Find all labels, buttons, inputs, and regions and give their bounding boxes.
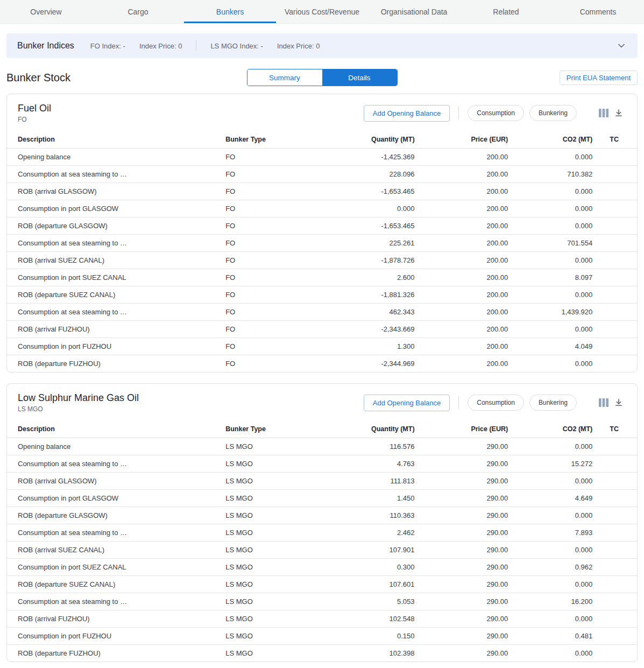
chevron-down-icon[interactable] [616,40,627,51]
bunker-indices-bar[interactable]: Bunker Indices FO Index: - Index Price: … [6,33,638,58]
cell-price: 200.00 [415,183,508,200]
cell-price: 290.00 [415,645,508,662]
table-row[interactable]: Consumption in port FUZHOUFO1.300200.004… [7,338,637,355]
cell-quantity: 0.300 [303,559,415,576]
cell-tc [592,269,637,286]
table-row[interactable]: Consumption in port SUEZ CANALFO2.600200… [7,269,637,286]
cell-bunker-type: FO [225,338,303,355]
cell-price: 290.00 [415,628,508,645]
cell-tc [592,355,637,372]
cell-description: Consumption at sea steaming to … [7,524,225,542]
table-row[interactable]: Consumption at sea steaming to …FO228.09… [7,166,637,183]
table-row[interactable]: ROB (arrival GLASGOW)LS MGO111.813290.00… [7,473,637,490]
table-row[interactable]: Consumption in port GLASGOWFO0.000200.00… [7,200,637,217]
tab-related[interactable]: Related [460,0,552,23]
tab-overview[interactable]: Overview [0,0,92,23]
table-row[interactable]: Opening balanceFO-1,425.369200.000.000 [7,149,637,166]
cell-description: ROB (departure GLASGOW) [7,507,225,524]
table-row[interactable]: ROB (arrival SUEZ CANAL)LS MGO107.901290… [7,542,637,559]
cell-co2: 0.000 [508,542,592,559]
table-row[interactable]: ROB (arrival FUZHOU)FO-2,343.669200.000.… [7,321,637,338]
cell-description: Consumption at sea steaming to … [7,235,225,252]
bunkering-button[interactable]: Bunkering [529,395,577,411]
cell-price: 200.00 [415,338,508,355]
table-row[interactable]: Consumption in port FUZHOULS MGO0.150290… [7,628,637,645]
cell-price: 290.00 [415,524,508,542]
cell-description: ROB (departure SUEZ CANAL) [7,576,225,593]
table-row[interactable]: Consumption at sea steaming to …LS MGO5.… [7,593,637,610]
card-header: Low Sulphur Marine Gas Oil LS MGO Add Op… [7,384,637,420]
cell-quantity: 225.261 [303,235,415,252]
table-row[interactable]: Consumption at sea steaming to …FO462.34… [7,304,637,321]
table-row[interactable]: Opening balanceLS MGO116.576290.000.000 [7,438,637,455]
cell-description: Consumption in port GLASGOW [7,200,225,217]
consumption-button[interactable]: Consumption [468,105,524,121]
table-row[interactable]: ROB (departure FUZHOU)LS MGO102.398290.0… [7,645,637,662]
cell-quantity: 5.053 [303,593,415,610]
details-toggle-button[interactable]: Details [322,69,397,86]
table-row[interactable]: Consumption at sea steaming to …LS MGO4.… [7,455,637,473]
cell-bunker-type: LS MGO [225,593,303,610]
cell-description: ROB (arrival FUZHOU) [7,610,225,628]
cell-tc [592,217,637,235]
cell-co2: 0.000 [508,183,592,200]
cell-bunker-type: LS MGO [225,645,303,662]
cell-bunker-type: LS MGO [225,559,303,576]
ls-mgo-index-price-label: Index Price: 0 [277,42,320,50]
cell-bunker-type: LS MGO [225,490,303,507]
fo-index-price-label: Index Price: 0 [139,42,182,50]
col-header-quantity: Quantity (MT) [303,131,415,149]
table-row[interactable]: Consumption in port SUEZ CANALLS MGO0.30… [7,559,637,576]
table-row[interactable]: Consumption in port GLASGOWLS MGO1.45029… [7,490,637,507]
cell-quantity: 107.901 [303,542,415,559]
table-row[interactable]: ROB (arrival GLASGOW)FO-1,653.465200.000… [7,183,637,200]
bunker-table: Description Bunker Type Quantity (MT) Pr… [7,420,637,662]
ls-mgo-index-label: LS MGO Index: - [210,42,263,50]
table-row[interactable]: Consumption at sea steaming to …FO225.26… [7,235,637,252]
table-row[interactable]: Consumption at sea steaming to …LS MGO2.… [7,524,637,542]
print-eua-statement-button[interactable]: Print EUA Statement [560,71,638,85]
cell-quantity: -1,653.465 [303,217,415,235]
tab-cargo[interactable]: Cargo [92,0,184,23]
table-row[interactable]: ROB (departure GLASGOW)FO-1,653.465200.0… [7,217,637,235]
cell-quantity: 0.000 [303,200,415,217]
columns-icon[interactable] [596,106,611,121]
add-opening-balance-button[interactable]: Add Opening Balance [364,105,450,122]
cell-bunker-type: FO [225,355,303,372]
col-header-description: Description [7,420,225,438]
table-row[interactable]: ROB (departure GLASGOW)LS MGO110.363290.… [7,507,637,524]
cell-bunker-type: FO [225,286,303,304]
cell-co2: 8.097 [508,269,592,286]
tab-various-cost-revenue[interactable]: Various Cost/Revenue [276,0,368,23]
cell-tc [592,200,637,217]
download-icon[interactable] [611,106,626,121]
table-row[interactable]: ROB (arrival FUZHOU)LS MGO102.548290.000… [7,610,637,628]
consumption-button[interactable]: Consumption [468,395,524,411]
cell-bunker-type: FO [225,269,303,286]
cell-quantity: 1.300 [303,338,415,355]
cell-tc [592,542,637,559]
table-row[interactable]: ROB (arrival SUEZ CANAL)FO-1,878.726200.… [7,252,637,269]
table-row[interactable]: ROB (departure SUEZ CANAL)LS MGO107.6012… [7,576,637,593]
table-row[interactable]: ROB (departure FUZHOU)FO-2,344.969200.00… [7,355,637,372]
summary-toggle-button[interactable]: Summary [247,69,322,86]
cell-price: 200.00 [415,269,508,286]
table-row[interactable]: ROB (departure SUEZ CANAL)FO-1,881.32620… [7,286,637,304]
bunkering-button[interactable]: Bunkering [529,105,577,121]
cell-co2: 7.893 [508,524,592,542]
cell-co2: 0.000 [508,149,592,166]
columns-icon[interactable] [596,395,611,410]
cell-price: 200.00 [415,166,508,183]
cell-description: ROB (arrival GLASGOW) [7,473,225,490]
tab-bunkers[interactable]: Bunkers [184,0,276,23]
tab-organisational-data[interactable]: Organisational Data [368,0,460,23]
cell-bunker-type: LS MGO [225,507,303,524]
add-opening-balance-button[interactable]: Add Opening Balance [364,395,450,411]
cell-description: Consumption at sea steaming to … [7,166,225,183]
cell-bunker-type: FO [225,252,303,269]
tab-comments[interactable]: Comments [552,0,644,23]
download-icon[interactable] [611,395,626,410]
col-header-tc: TC [592,420,637,438]
cell-co2: 0.000 [508,645,592,662]
card-title: Fuel Oil [18,103,51,114]
